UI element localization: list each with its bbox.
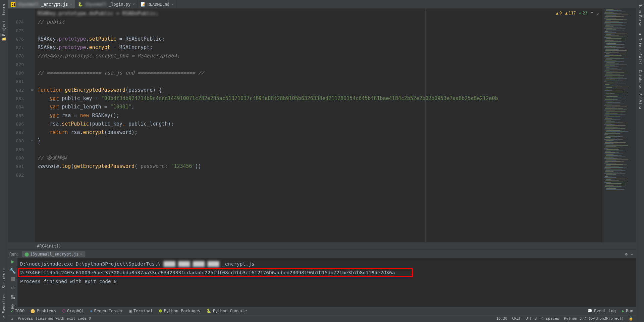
fold-toggle-icon[interactable]: ⊟: [31, 88, 33, 91]
minimap[interactable]: [602, 9, 636, 242]
regex-button[interactable]: ❋Regex Tester: [90, 309, 123, 313]
rail-structure[interactable]: Structure: [1, 266, 7, 291]
code-line[interactable]: RSAKey.prototype.setPublic = RSASetPubli…: [35, 35, 602, 43]
line-number[interactable]: 878: [8, 52, 29, 60]
code-line[interactable]: [35, 60, 602, 69]
breadcrumb[interactable]: ARC4init(): [8, 242, 636, 249]
console-line: D:\nodejs\node.exe D:\python3Project\Spi…: [20, 260, 633, 268]
interpreter[interactable]: Python 3.7 (python3Project): [564, 316, 624, 321]
code-line[interactable]: // 测试样例: [35, 154, 602, 162]
rail-sciview[interactable]: SciView: [637, 91, 643, 111]
run-tool-header: Run: ⬤ 15yunmall_encrypt.js × ⚙ —: [8, 249, 636, 258]
line-number[interactable]: 884: [8, 103, 29, 111]
editor-tab[interactable]: 📝README.md×: [138, 0, 177, 8]
settings-button[interactable]: 🔧: [10, 268, 16, 274]
indent-setting[interactable]: 4 spaces: [541, 316, 559, 321]
run-button[interactable]: ▶Run: [622, 309, 633, 313]
code-line[interactable]: function getEncryptedPassword(password) …: [35, 86, 602, 94]
run-tab[interactable]: ⬤ 15yunmall_encrypt.js ×: [22, 251, 85, 257]
code-line[interactable]: [35, 77, 602, 86]
close-icon[interactable]: ×: [171, 2, 174, 6]
bottom-toolbar: ✔TODO ⬤Problems ⬡GraphQL ❋Regex Tester ▣…: [8, 307, 636, 315]
line-number[interactable]: 886: [8, 120, 29, 128]
line-number[interactable]: 874: [8, 18, 29, 26]
package-icon: ⬢: [159, 309, 162, 313]
code-line[interactable]: [35, 171, 602, 179]
run-status-icon: ⬤: [24, 252, 29, 257]
line-number[interactable]: 879: [8, 60, 29, 69]
rail-project[interactable]: 📁 Project: [1, 18, 7, 44]
code-line[interactable]: var rsa = new RSAKey();: [35, 111, 602, 120]
code-line[interactable]: RSAKey.prototype.encrypt = RSAEncrypt;: [35, 43, 602, 52]
line-number[interactable]: 875: [8, 27, 29, 35]
rail-favorites[interactable]: ★ Favorites: [1, 291, 7, 322]
cursor-position[interactable]: 16:30: [496, 316, 507, 321]
line-number[interactable]: 889: [8, 145, 29, 154]
line-number[interactable]: 888: [8, 137, 29, 145]
close-icon[interactable]: ×: [80, 252, 82, 257]
line-number[interactable]: 887: [8, 128, 29, 137]
breadcrumb-item: ARC4init(): [37, 244, 61, 248]
run-toolbar: 🔧 ↩ 🖶 🗑: [8, 258, 17, 307]
editor-tab[interactable]: 🐍15yunmall_login.py×: [75, 0, 138, 8]
rerun-button[interactable]: [10, 260, 16, 264]
right-margin-ruler: [425, 9, 426, 242]
trash-button[interactable]: 🗑: [10, 303, 16, 309]
line-number[interactable]: 880: [8, 69, 29, 77]
print-button[interactable]: 🖶: [10, 294, 16, 300]
code-line[interactable]: }: [35, 137, 602, 145]
code-line[interactable]: // ================== rsa.js end =======…: [35, 69, 602, 77]
problems-button[interactable]: ⬤Problems: [31, 309, 56, 313]
code-line[interactable]: var public_key = "00bdf3db924714b9c4ddd1…: [35, 94, 602, 103]
regex-icon: ❋: [90, 309, 93, 313]
code-line[interactable]: var public_length = "10001";: [35, 103, 602, 111]
code-surface[interactable]: RSAKey.prototype.doPublic = RSADoPublic;…: [35, 9, 602, 242]
rail-learn[interactable]: Learn: [1, 1, 7, 18]
line-number[interactable]: 891: [8, 162, 29, 171]
code-line[interactable]: console.log(getEncryptedPassword( passwo…: [35, 162, 602, 171]
soft-wrap-button[interactable]: ↩: [10, 284, 16, 290]
line-number[interactable]: 892: [8, 171, 29, 179]
stop-button[interactable]: [10, 277, 16, 281]
chat-icon: 💬: [587, 309, 592, 313]
line-number[interactable]: 877: [8, 43, 29, 52]
pycon-button[interactable]: 🐍Python Console: [206, 309, 247, 313]
js-file-icon: JS: [11, 2, 15, 7]
line-number[interactable]: 885: [8, 111, 29, 120]
gutter: 8748758768778788798808818828838848858868…: [8, 9, 30, 242]
eventlog-button[interactable]: 💬Event Log: [587, 309, 616, 313]
code-line[interactable]: // public: [35, 18, 602, 26]
close-icon[interactable]: ×: [70, 2, 72, 6]
highlight-box: [18, 268, 413, 277]
console-output[interactable]: D:\nodejs\node.exe D:\python3Project\Spi…: [17, 258, 636, 307]
chevron-up-icon[interactable]: ⌃: [591, 11, 593, 15]
close-icon[interactable]: ×: [132, 2, 135, 6]
gear-icon[interactable]: ⚙: [625, 252, 628, 257]
code-line[interactable]: return rsa.encrypt(password);: [35, 128, 602, 137]
pypkg-button[interactable]: ⬢Python Packages: [159, 309, 200, 313]
chevron-down-icon[interactable]: ⌄: [597, 11, 599, 15]
line-number[interactable]: 890: [8, 154, 29, 162]
rail-json-parse[interactable]: Json Parse: [637, 1, 643, 29]
line-number[interactable]: 883: [8, 94, 29, 103]
graphql-button[interactable]: ⬡GraphQL: [62, 309, 84, 313]
fold-toggle-icon[interactable]: ⌐: [31, 139, 33, 142]
lock-icon[interactable]: 🔒: [629, 316, 633, 321]
code-line[interactable]: [35, 145, 602, 154]
fold-column: ⊟⌐: [30, 9, 35, 242]
code-line[interactable]: rsa.setPublic(public_key, public_length)…: [35, 120, 602, 128]
code-line[interactable]: [35, 27, 602, 35]
line-number[interactable]: 876: [8, 35, 29, 43]
code-line[interactable]: //RSAKey.prototype.encrypt_b64 = RSAEncr…: [35, 52, 602, 60]
rail-database[interactable]: Database: [637, 67, 643, 91]
encoding[interactable]: UTF-8: [526, 316, 537, 321]
line-ending[interactable]: CRLF: [512, 316, 521, 321]
minimize-icon[interactable]: —: [631, 252, 633, 257]
inspections-widget[interactable]: ▲9 ▲117 ✔23 ⌃ ⌄: [556, 11, 599, 15]
problems-icon: ⬤: [31, 309, 35, 313]
line-number[interactable]: 881: [8, 77, 29, 86]
rail-internal-wiki[interactable]: W InternalWiki: [637, 29, 643, 67]
line-number[interactable]: 882: [8, 86, 29, 94]
terminal-button[interactable]: ▣Terminal: [129, 309, 153, 313]
editor-tab[interactable]: JS15yunmall_encrypt.js×: [8, 0, 75, 8]
